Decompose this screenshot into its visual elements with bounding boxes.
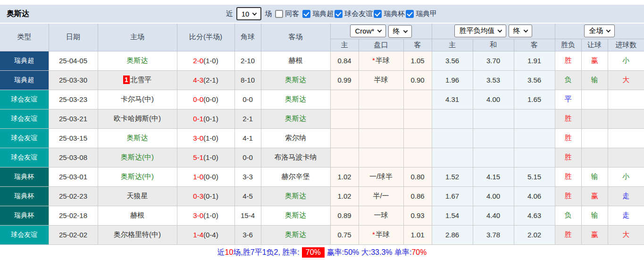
league-filter[interactable]: 球会友谊	[335, 9, 373, 18]
home-team-link[interactable]: 奥斯达(中)	[98, 148, 177, 167]
league-checkbox[interactable]	[406, 10, 414, 18]
match-row: 球会友谊 25-03-23 卡尔马(中) 0-0(0-0) 0-0 奥斯达 4.…	[0, 90, 644, 109]
handicap-home-odds	[330, 148, 359, 167]
summary-text: 70%	[411, 248, 427, 257]
away-team-link[interactable]: 奥斯达	[261, 109, 330, 128]
fulltime-score: 0-1	[193, 115, 203, 123]
odds-source-select[interactable]: Crow*	[350, 25, 386, 37]
handicap-line	[359, 90, 403, 109]
league-label: 瑞典杯	[384, 9, 405, 18]
league-filter[interactable]: 瑞典甲	[406, 9, 437, 18]
away-team-link[interactable]: 赫尔辛堡	[261, 167, 330, 186]
avg-away-odds	[514, 128, 555, 148]
away-team-link[interactable]: 奥斯达	[261, 90, 330, 109]
same-away-filter[interactable]: 同客	[275, 9, 299, 18]
league-checkbox[interactable]	[335, 10, 343, 18]
avg-draw-odds: 4.00	[473, 90, 514, 109]
league-badge: 瑞典杯	[0, 186, 49, 206]
away-team-link[interactable]: 布洛马波卡纳	[261, 148, 330, 167]
match-date: 25-03-30	[49, 70, 98, 90]
match-date: 25-04-05	[49, 51, 98, 70]
match-row: 球会友谊 25-02-02 奥尔格里特(中) 1-4(0-4) 3-6 奥斯达 …	[0, 225, 644, 244]
away-team-link[interactable]: 赫根	[261, 51, 330, 70]
home-team-link[interactable]: 奥斯达	[98, 51, 177, 70]
avg-draw-odds	[473, 109, 514, 128]
match-row: 球会友谊 25-03-08 奥斯达(中) 5-1(1-0) 0-0 布洛马波卡纳…	[0, 148, 644, 167]
handicap-home-odds: 1.02	[330, 186, 359, 206]
away-team-link[interactable]: 索尔纳	[261, 128, 330, 148]
corner-count: 15-4	[234, 206, 261, 225]
corner-count: 3-3	[234, 167, 261, 186]
league-checkbox[interactable]	[374, 10, 382, 18]
scope-select[interactable]: 全场	[584, 25, 615, 37]
handicap-away-odds: 1.01	[403, 225, 432, 244]
avg-home-odds: 1.52	[432, 167, 473, 186]
league-badge: 球会友谊	[0, 128, 49, 148]
result-wdl: 负	[555, 70, 581, 90]
result-wdl: 胜	[555, 128, 581, 148]
avg-away-odds: 1.91	[514, 51, 555, 70]
result-wdl: 负	[555, 206, 581, 225]
home-team-link[interactable]: 1北雪平	[98, 70, 177, 90]
corner-count: 4-5	[234, 186, 261, 206]
league-filter[interactable]: 瑞典杯	[374, 9, 405, 18]
result-wdl: 胜	[555, 186, 581, 206]
score-cell: 3-0(1-0)	[177, 128, 234, 148]
corner-count: 0-0	[234, 148, 261, 167]
avg-away-odds: 2.02	[514, 225, 555, 244]
handicap-group-header: Crow* 终	[330, 23, 432, 39]
summary-text: 50%	[344, 248, 361, 257]
avg-time-select[interactable]: 终	[509, 25, 532, 37]
subheader-handicap-home: 主	[330, 39, 359, 51]
recent-count-select[interactable]: 10	[236, 7, 262, 20]
odds-time-select[interactable]: 终	[388, 25, 412, 38]
result-group-header: 全场	[555, 23, 644, 39]
fulltime-score: 0-3	[193, 192, 203, 200]
avg-away-odds: 4.63	[514, 206, 555, 225]
score-cell: 2-0(1-0)	[177, 51, 234, 70]
league-badge: 瑞典超	[0, 51, 49, 70]
same-away-checkbox[interactable]	[275, 10, 283, 18]
handicap-line	[359, 148, 403, 167]
subheader-handicap-line: 盘口	[359, 39, 403, 51]
league-checkbox[interactable]	[302, 10, 310, 18]
handicap-line: 一/球半	[359, 167, 403, 186]
avg-odds-group-header: 胜平负均值 终	[432, 23, 555, 39]
win-rate-badge: 70%	[302, 247, 325, 258]
away-team-link[interactable]: 奥斯达	[261, 70, 330, 90]
halftime-score: (0-0)	[203, 95, 218, 103]
avg-away-odds	[514, 109, 555, 128]
summary-text: 场,胜7平1负2, 胜率:	[233, 248, 299, 258]
home-team-link[interactable]: 欧卡哈姆斯(中)	[98, 109, 177, 128]
same-away-label: 同客	[285, 9, 299, 18]
handicap-away-odds: 1.05	[403, 51, 432, 70]
corner-count: 3-6	[234, 225, 261, 244]
home-team-link[interactable]: 赫根	[98, 206, 177, 225]
away-team-link[interactable]: 奥斯达	[261, 225, 330, 244]
games-label: 场	[265, 9, 272, 18]
home-team-link[interactable]: 奥尔格里特(中)	[98, 225, 177, 244]
home-team-link[interactable]: 天狼星	[98, 186, 177, 206]
away-team-link[interactable]: 奥斯达	[261, 206, 330, 225]
avg-source-select[interactable]: 胜平负均值	[454, 25, 506, 37]
avg-away-odds	[514, 148, 555, 167]
halftime-score: (0-4)	[203, 231, 218, 239]
avg-draw-odds: 3.78	[473, 225, 514, 244]
result-goals: 小	[608, 167, 644, 186]
recent-label: 近	[226, 9, 233, 18]
home-team-link[interactable]: 奥斯达	[98, 128, 177, 148]
league-filter[interactable]: 瑞典超	[302, 9, 334, 18]
page-title: 奥斯达	[7, 5, 29, 23]
col-header-away: 客场	[261, 23, 330, 51]
match-row: 瑞典杯 25-03-01 奥斯达(中) 1-0(0-0) 3-3 赫尔辛堡 1.…	[0, 167, 644, 186]
score-cell: 0-0(0-0)	[177, 90, 234, 109]
score-cell: 1-4(0-4)	[177, 225, 234, 244]
handicap-away-odds: 0.86	[403, 186, 432, 206]
fulltime-score: 3-0	[193, 134, 203, 142]
home-team-link[interactable]: 卡尔马(中)	[98, 90, 177, 109]
home-team-link[interactable]: 奥斯达(中)	[98, 167, 177, 186]
away-team-link[interactable]: 奥斯达	[261, 186, 330, 206]
result-wdl: 胜	[555, 148, 581, 167]
avg-away-odds: 4.06	[514, 186, 555, 206]
fulltime-score: 1-0	[193, 173, 203, 181]
